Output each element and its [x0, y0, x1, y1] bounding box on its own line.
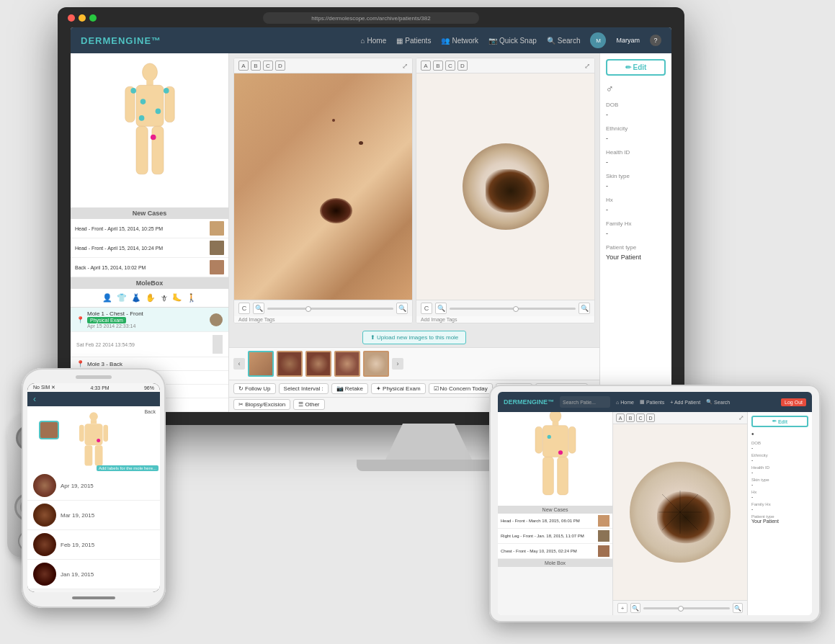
- zoom-in-btn-left[interactable]: C: [238, 303, 250, 314]
- nav-patients-label: Patients: [405, 37, 431, 45]
- ipad-case-item-3[interactable]: Chest - Front - May 10, 2015, 02:24 PM: [498, 544, 612, 559]
- upload-banner[interactable]: ⬆ Upload new images to this mole: [362, 331, 467, 344]
- mole-item-1b[interactable]: Sat Feb 22 2014 13:54:59: [71, 332, 228, 357]
- iphone-timeline-item-1[interactable]: Apr 19, 2015: [27, 471, 160, 501]
- ipad-tab-a[interactable]: A: [616, 413, 625, 422]
- tab-d-left[interactable]: D: [275, 61, 285, 71]
- thumb-prev-btn[interactable]: ‹: [233, 358, 245, 370]
- nav-patients[interactable]: ▦ Patients: [396, 37, 431, 45]
- edit-button[interactable]: ✏ Edit: [606, 59, 666, 76]
- zoom-max-btn-left[interactable]: 🔍: [396, 303, 408, 314]
- image-panel-tabs-right: A B C D ⤢: [416, 58, 594, 73]
- zoom-slider-right[interactable]: [450, 308, 576, 310]
- mole-item-1b-text: Sat Feb 22 2014 13:54:59: [76, 342, 135, 347]
- follow-up-btn[interactable]: ↻ Follow Up: [233, 383, 276, 394]
- no-concern-btn[interactable]: ☑ No Concern Today: [429, 383, 493, 394]
- app-content: New Cases Head - Front - April 15, 2014,…: [71, 53, 671, 412]
- tab-c-right[interactable]: C: [445, 61, 455, 71]
- mole-item-1[interactable]: 📍 Mole 1 - Chest - Front Physical Exam A…: [71, 308, 228, 332]
- thumb-item-2[interactable]: [277, 351, 303, 377]
- retake-label: Retake: [345, 385, 363, 392]
- iphone-timeline-item-2[interactable]: Mar 19, 2015: [27, 501, 160, 530]
- ipad-logout-btn[interactable]: Log Out: [781, 398, 806, 406]
- nav-home[interactable]: ⌂ Home: [361, 37, 387, 45]
- patient-type-value: Your Patient: [606, 254, 666, 261]
- ipad-logo-prefix: DERM: [504, 398, 523, 406]
- dot-red[interactable]: [68, 14, 75, 22]
- nav-network[interactable]: 👥 Network: [441, 37, 478, 45]
- zoom-out-btn-right[interactable]: 🔍: [435, 303, 447, 314]
- case-thumb-2: [210, 241, 224, 255]
- dot-yellow[interactable]: [79, 14, 86, 22]
- nav-quick-snap[interactable]: 📷 Quick Snap: [488, 37, 537, 45]
- iphone-selected-mole[interactable]: [39, 421, 59, 439]
- expand-icon-right[interactable]: ⤢: [584, 62, 590, 70]
- svg-point-8: [164, 88, 169, 94]
- physical-exam-btn[interactable]: ✦ Physical Exam: [371, 383, 425, 394]
- zoom-max-btn-right[interactable]: 🔍: [579, 303, 590, 314]
- ipad-image-controls: + 🔍 🔍: [613, 600, 747, 615]
- iphone-timeline-item-3[interactable]: Feb 19, 2015: [27, 530, 160, 560]
- case-item-2[interactable]: Head - Front - April 15, 2014, 10:24 PM: [71, 238, 228, 258]
- ipad-nav-add-patient[interactable]: + Add Patient: [670, 400, 700, 405]
- ipad-zoom-in[interactable]: +: [617, 603, 628, 613]
- thumb-item-3[interactable]: [305, 351, 331, 377]
- tab-b-right[interactable]: B: [433, 61, 443, 71]
- ipad-family-hx-value: -: [751, 506, 808, 511]
- thumb-item-4[interactable]: [334, 351, 360, 377]
- case-item-1[interactable]: Head - Front - April 15, 2014, 10:25 PM: [71, 219, 228, 238]
- case-item-3[interactable]: Back - April 15, 2014, 10:02 PM: [71, 258, 228, 277]
- iphone-timeline-item-4[interactable]: Jan 19, 2015: [27, 560, 160, 589]
- thumb-item-1[interactable]: [248, 351, 274, 377]
- ipad-case-item-1[interactable]: Head - Front - March 18, 2015, 06:01 PM: [498, 514, 612, 529]
- other-btn[interactable]: ☰ Other: [293, 399, 324, 410]
- thumb-next-btn[interactable]: ›: [392, 358, 403, 370]
- ipad-nav-patients[interactable]: ▦ Patients: [640, 399, 664, 405]
- zoom-in-btn-right[interactable]: C: [421, 303, 432, 314]
- iphone-status-bar: No SIM ✕ 4:33 PM 96%: [27, 383, 160, 392]
- ipad-nav-home[interactable]: ⌂ Home: [616, 400, 634, 405]
- ipad-dob-value: -: [751, 445, 808, 450]
- nav-items: ⌂ Home ▦ Patients 👥 Network 📷 Quick Snap: [361, 32, 661, 48]
- tab-a-left[interactable]: A: [238, 61, 249, 71]
- biopsy-btn[interactable]: ✂ Biopsy/Excision: [233, 399, 290, 410]
- ipad-tab-c[interactable]: C: [636, 413, 645, 422]
- dot-green[interactable]: [89, 14, 97, 22]
- ipad-tab-d[interactable]: D: [646, 413, 655, 422]
- url-text: https://dermolescope.com/archive/patient…: [311, 15, 430, 22]
- ipad-zoom-slider[interactable]: [643, 607, 730, 609]
- iphone-thumb-1: [33, 474, 56, 497]
- iphone-back-btn[interactable]: ‹: [33, 394, 36, 404]
- nav-search[interactable]: 🔍 Search: [547, 37, 581, 45]
- svg-rect-19: [95, 445, 103, 465]
- ipad-tab-b[interactable]: B: [626, 413, 635, 422]
- ipad-zoom-out[interactable]: 🔍: [630, 603, 640, 613]
- select-interval-btn[interactable]: Select Interval :: [279, 383, 329, 394]
- tab-b-left[interactable]: B: [251, 61, 261, 71]
- case-thumb-1: [210, 221, 224, 236]
- ipad-edit-btn[interactable]: ✏ Edit: [751, 416, 808, 427]
- molebox-label: MoleBox: [136, 279, 164, 287]
- ipad-nav-search[interactable]: 🔍 Search: [706, 399, 730, 405]
- tab-d-right[interactable]: D: [457, 61, 468, 71]
- family-hx-label: Family Hx: [606, 220, 666, 227]
- expand-icon-left[interactable]: ⤢: [402, 62, 408, 70]
- ipad-zoom-max[interactable]: 🔍: [733, 603, 743, 613]
- molebox-icon-dress: 👗: [131, 293, 141, 303]
- monitor-stand: [385, 424, 472, 460]
- tab-c-left[interactable]: C: [263, 61, 273, 71]
- image-panel-right: A B C D ⤢: [416, 58, 595, 323]
- ipad-case-item-2[interactable]: Right Leg - Front - Jan. 18, 2015, 11:07…: [498, 529, 612, 544]
- zoom-out-btn-left[interactable]: 🔍: [253, 303, 264, 314]
- thumb-item-5[interactable]: [363, 351, 389, 377]
- ipad-search-bar[interactable]: Search Patie...: [560, 396, 610, 408]
- user-avatar[interactable]: M: [590, 32, 606, 48]
- tab-a-right[interactable]: A: [421, 61, 431, 71]
- zoom-slider-left[interactable]: [267, 308, 393, 310]
- retake-btn[interactable]: 📷 Retake: [331, 383, 368, 394]
- ipad-expand-icon[interactable]: ⤢: [738, 414, 744, 421]
- monitor-url-bar: https://dermolescope.com/archive/patient…: [263, 12, 479, 24]
- help-button[interactable]: ?: [650, 35, 661, 46]
- skin-mole-small-2: [332, 119, 335, 122]
- iphone-date-2: Mar 19, 2015: [61, 512, 94, 519]
